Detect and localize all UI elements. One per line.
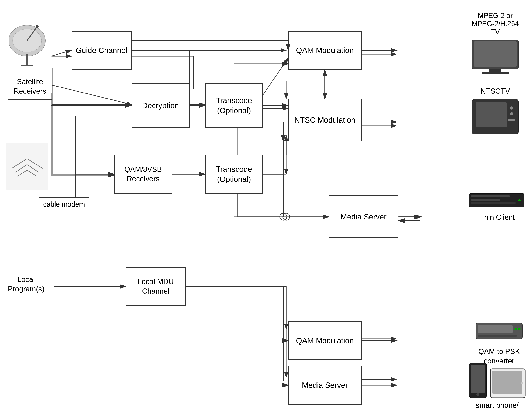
svg-point-40 bbox=[36, 25, 39, 28]
cable-modem-box: cable modem bbox=[39, 197, 89, 211]
svg-line-4 bbox=[52, 85, 131, 104]
svg-line-11 bbox=[263, 58, 288, 95]
guide-channel-box: Guide Channel bbox=[72, 31, 131, 70]
local-mdu-box: Local MDU Channel bbox=[126, 267, 186, 306]
qam8vsb-box: QAM/8VSB Receivers bbox=[114, 155, 172, 194]
smartphone-tablet-device: smart phone/ tablet bbox=[466, 362, 528, 408]
svg-point-101 bbox=[280, 213, 287, 220]
svg-rect-64 bbox=[471, 199, 500, 201]
svg-rect-76 bbox=[492, 371, 522, 394]
svg-point-65 bbox=[518, 199, 521, 202]
svg-point-70 bbox=[518, 328, 521, 330]
mpeg2-tv-device: MPEG-2 or MPEG-2/H.264 TV bbox=[468, 12, 522, 77]
ntsc-tv-device: NTSCTV bbox=[468, 87, 522, 140]
satellite-receivers-label: Satellite Receivers bbox=[8, 74, 52, 100]
svg-point-58 bbox=[510, 106, 513, 110]
svg-point-74 bbox=[476, 393, 479, 396]
svg-rect-60 bbox=[508, 119, 515, 121]
transcode1-box: Transcode (Optional) bbox=[205, 83, 263, 128]
media-server1-box: Media Server bbox=[329, 196, 398, 238]
antenna-icon bbox=[6, 143, 48, 190]
svg-rect-57 bbox=[476, 102, 507, 127]
qam-psk-device: QAM to PSK converter bbox=[472, 319, 526, 366]
svg-rect-55 bbox=[482, 72, 509, 74]
svg-rect-71 bbox=[478, 335, 516, 337]
svg-rect-54 bbox=[490, 69, 501, 72]
svg-rect-68 bbox=[478, 325, 513, 333]
qam-modulation1-box: QAM Modulation bbox=[288, 31, 362, 70]
satellite-dish bbox=[8, 16, 50, 70]
svg-line-80 bbox=[51, 50, 71, 56]
decryption-box: Decryption bbox=[131, 83, 189, 128]
svg-point-77 bbox=[521, 382, 524, 384]
qam-modulation2-box: QAM Modulation bbox=[288, 321, 362, 360]
local-programs-label: Local Program(s) bbox=[6, 275, 46, 294]
svg-rect-63 bbox=[471, 196, 510, 197]
svg-rect-53 bbox=[474, 42, 516, 67]
svg-point-69 bbox=[514, 328, 517, 330]
svg-rect-51 bbox=[6, 143, 48, 190]
thin-client-label: Thin Client bbox=[466, 213, 528, 222]
ntsc-tv-label: NTSCTV bbox=[468, 87, 522, 95]
svg-rect-73 bbox=[471, 366, 485, 392]
svg-point-23 bbox=[283, 213, 290, 220]
mpeg2-tv-label: MPEG-2 or MPEG-2/H.264 TV bbox=[468, 12, 522, 36]
svg-point-59 bbox=[510, 112, 513, 115]
ntsc-modulation-box: NTSC Modulation bbox=[288, 99, 362, 141]
transcode2-box: Transcode (Optional) bbox=[205, 155, 263, 194]
thin-client-device: Thin Client bbox=[466, 192, 528, 222]
svg-rect-66 bbox=[471, 202, 516, 204]
media-server2-box: Media Server bbox=[288, 366, 362, 405]
smartphone-label: smart phone/ tablet bbox=[466, 401, 528, 408]
